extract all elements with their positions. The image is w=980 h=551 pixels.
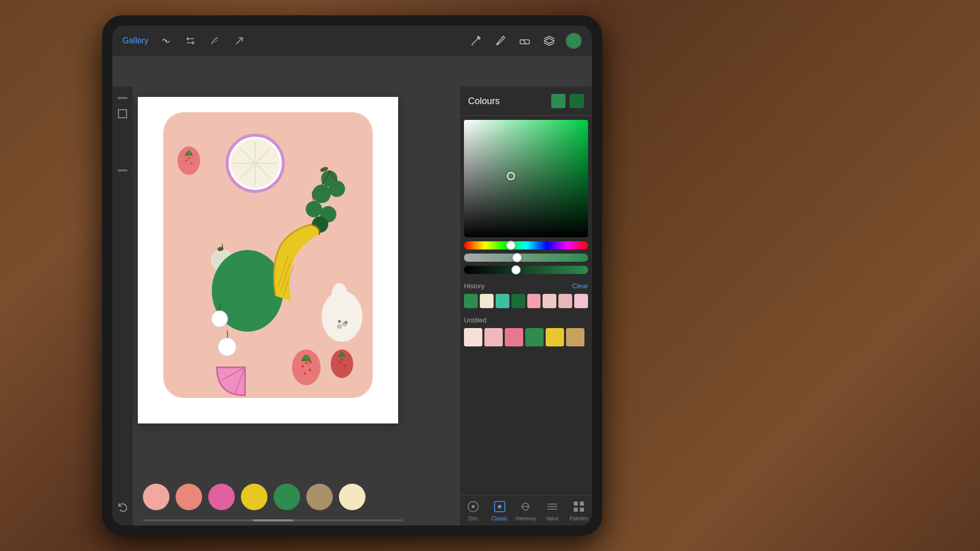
canvas-area: Colours [112,56,592,525]
smudge-tool-button[interactable] [208,34,222,48]
history-header: History Clear [464,282,588,290]
opacity-slider[interactable] [117,169,128,171]
history-swatch-5[interactable] [543,294,556,308]
panel-header: Colours [460,87,592,116]
scrollbar-thumb [253,519,293,521]
palette-circle-light-pink[interactable] [143,484,169,510]
panel-color-swatches [551,94,584,108]
transform-tool-button[interactable] [183,34,198,48]
svg-point-8 [188,157,190,159]
svg-point-1 [497,43,499,45]
history-swatch-7[interactable] [574,294,588,308]
svg-point-40 [339,361,341,363]
palette-swatch-1[interactable] [484,328,503,346]
brightness-slider-thumb [511,265,521,274]
palette-circle-dark-green[interactable] [274,484,300,510]
svg-point-28 [337,324,342,329]
secondary-color-swatch[interactable] [570,94,584,108]
svg-point-46 [498,505,501,508]
classic-tab-icon [493,499,507,514]
move-tool-button[interactable] [232,34,247,48]
svg-point-19 [306,201,322,217]
palette-swatches [464,328,588,346]
svg-point-41 [344,365,346,367]
clear-history-button[interactable]: Clear [572,282,588,290]
color-picker-cursor [507,172,515,180]
svg-point-6 [185,160,187,162]
tab-classic[interactable]: Classic [486,499,513,521]
color-gradient-dark [464,120,588,237]
palette-circle-yellow[interactable] [241,484,267,510]
svg-point-31 [211,311,228,327]
history-swatch-1[interactable] [480,294,494,308]
brush-size-slider[interactable] [117,97,128,99]
undo-button[interactable] [117,502,128,515]
palette-section: Untitled [460,312,592,350]
primary-color-swatch[interactable] [551,94,566,108]
brightness-slider[interactable] [464,266,588,274]
toolbar: Gallery [112,26,592,56]
brush-tool-button[interactable] [492,33,508,49]
palette-circle-tan[interactable] [306,484,333,510]
eraser-tool-button[interactable] [517,33,533,49]
tab-disc[interactable]: Disc [460,499,486,521]
harmony-tab-label: Harmony [516,516,536,521]
history-swatch-0[interactable] [464,294,478,308]
palette-circle-hot-pink[interactable] [208,484,235,510]
pen-tool-button[interactable] [468,33,484,49]
color-palette-row [143,484,365,510]
disc-tab-icon [466,499,480,514]
palette-swatch-2[interactable] [505,328,523,346]
palettes-tab-label: Palettes [570,516,588,521]
toolbar-right [468,33,582,49]
palette-swatch-3[interactable] [525,328,544,346]
svg-rect-52 [580,502,584,506]
canvas-scrollbar[interactable] [143,519,403,521]
svg-point-32 [218,338,236,356]
layers-tool-button[interactable] [541,33,557,49]
svg-point-26 [332,283,347,304]
hue-slider[interactable] [464,241,588,249]
toolbar-left: Gallery [122,34,247,48]
tab-palettes[interactable]: Palettes [566,499,592,521]
ipad-screen: Gallery [112,26,592,525]
tab-harmony[interactable]: Harmony [513,499,540,521]
svg-point-44 [472,505,475,508]
svg-point-34 [302,365,304,368]
color-panel: Colours [459,87,592,525]
hue-slider-thumb [506,241,516,250]
saturation-slider[interactable] [464,254,588,262]
drawing-canvas[interactable] [138,97,398,423]
opacity-control[interactable] [118,109,127,118]
ipad-device: Gallery [102,15,602,536]
history-label: History [464,282,484,290]
disc-tab-label: Disc [468,516,478,521]
svg-point-35 [309,369,311,371]
svg-point-36 [305,362,308,365]
svg-point-0 [165,40,167,42]
palette-swatch-4[interactable] [546,328,564,346]
palette-circle-salmon[interactable] [176,484,202,510]
modify-tool-button[interactable] [159,34,173,48]
palette-circle-cream[interactable] [339,484,365,510]
value-tab-label: Value [546,516,559,521]
history-swatch-2[interactable] [496,294,509,308]
palette-name: Untitled [464,316,588,324]
sliders-area [460,241,592,278]
color-picker-area[interactable] [464,120,588,237]
left-sidebar [112,87,133,525]
palette-swatch-0[interactable] [464,328,482,346]
tab-value[interactable]: Value [539,499,566,521]
panel-title: Colours [468,96,500,107]
history-swatch-4[interactable] [527,294,541,308]
svg-point-37 [304,372,306,375]
history-swatch-6[interactable] [558,294,572,308]
svg-point-7 [190,162,192,164]
history-swatch-3[interactable] [511,294,525,308]
classic-tab-label: Classic [492,516,508,521]
svg-point-29 [338,320,341,323]
svg-point-15 [312,185,331,203]
current-color-button[interactable] [566,33,582,49]
gallery-button[interactable]: Gallery [122,36,149,45]
palette-swatch-5[interactable] [566,328,584,346]
